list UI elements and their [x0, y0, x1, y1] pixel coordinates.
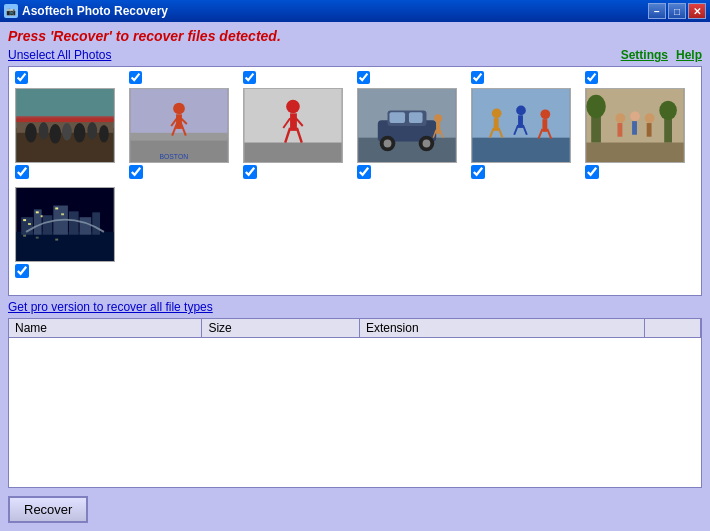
svg-point-23 — [286, 100, 300, 114]
top-bar: Unselect All Photos Settings Help — [8, 48, 702, 62]
photo-cell-5 — [469, 86, 579, 181]
svg-point-36 — [423, 140, 431, 148]
top-cb-5 — [469, 71, 579, 84]
photo-checkbox-5[interactable] — [471, 165, 485, 179]
photo-cb-row-5 — [471, 165, 485, 179]
svg-rect-80 — [36, 211, 39, 213]
settings-link[interactable]: Settings — [621, 48, 668, 62]
svg-point-35 — [384, 140, 392, 148]
top-checkbox-4[interactable] — [357, 71, 370, 84]
svg-rect-83 — [61, 213, 64, 215]
svg-rect-68 — [647, 123, 652, 137]
photo-thumb-7[interactable] — [15, 187, 115, 262]
photo-thumb-5[interactable] — [471, 88, 571, 163]
title-bar-buttons: − □ ✕ — [648, 3, 706, 19]
svg-point-65 — [630, 111, 640, 121]
svg-point-53 — [540, 109, 550, 119]
svg-point-3 — [25, 123, 37, 142]
svg-point-39 — [434, 114, 442, 122]
unselect-all-link[interactable]: Unselect All Photos — [8, 48, 111, 62]
svg-point-49 — [516, 106, 526, 116]
svg-rect-79 — [28, 223, 31, 225]
svg-rect-24 — [290, 113, 297, 131]
top-checkbox-5[interactable] — [471, 71, 484, 84]
main-window: Press 'Recover' to recover files detecte… — [0, 22, 710, 531]
top-checkbox-3[interactable] — [243, 71, 256, 84]
svg-point-4 — [39, 122, 49, 140]
svg-rect-13 — [130, 133, 227, 141]
photo-cell-7 — [13, 185, 123, 280]
svg-rect-76 — [80, 217, 92, 235]
top-checkbox-6[interactable] — [585, 71, 598, 84]
col-size: Size — [202, 319, 360, 338]
svg-text:BOSTON: BOSTON — [160, 153, 189, 160]
top-cb-4 — [355, 71, 465, 84]
top-checkbox-1[interactable] — [15, 71, 28, 84]
minimize-button[interactable]: − — [648, 3, 666, 19]
svg-rect-77 — [92, 212, 100, 234]
col-extension: Extension — [359, 319, 644, 338]
svg-rect-70 — [16, 232, 113, 261]
recover-button[interactable]: Recover — [8, 496, 88, 523]
col-name: Name — [9, 319, 202, 338]
svg-rect-78 — [23, 219, 26, 221]
svg-rect-84 — [23, 235, 26, 237]
top-cb-2 — [127, 71, 237, 84]
svg-point-8 — [87, 122, 97, 140]
col-extra — [644, 319, 700, 338]
table-header-row: Name Size Extension — [9, 319, 701, 338]
photo-checkbox-4[interactable] — [357, 165, 371, 179]
photo-checkbox-3[interactable] — [243, 165, 257, 179]
svg-rect-54 — [542, 119, 547, 132]
recover-message: Press 'Recover' to recover files detecte… — [8, 28, 702, 44]
photo-area: BOSTON — [8, 66, 702, 296]
svg-rect-46 — [494, 118, 499, 131]
top-cb-1 — [13, 71, 123, 84]
photo-thumb-4[interactable] — [357, 88, 457, 163]
top-cb-3 — [241, 71, 351, 84]
svg-point-62 — [659, 101, 677, 120]
help-link[interactable]: Help — [676, 48, 702, 62]
svg-rect-75 — [69, 211, 79, 234]
file-table-container: Name Size Extension — [8, 318, 702, 488]
close-button[interactable]: ✕ — [688, 3, 706, 19]
photo-cell-1 — [13, 86, 123, 181]
photo-cell-4 — [355, 86, 465, 181]
svg-rect-38 — [409, 112, 423, 123]
photo-thumb-2[interactable]: BOSTON — [129, 88, 229, 163]
top-cb-6 — [583, 71, 693, 84]
svg-rect-85 — [36, 237, 39, 239]
svg-rect-81 — [41, 215, 43, 217]
top-checkbox-2[interactable] — [129, 71, 142, 84]
photo-cell-6 — [583, 86, 693, 181]
svg-rect-50 — [518, 115, 523, 128]
photo-checkbox-2[interactable] — [129, 165, 143, 179]
photo-cell-3 — [241, 86, 351, 181]
photo-grid: BOSTON — [13, 86, 697, 280]
maximize-button[interactable]: □ — [668, 3, 686, 19]
svg-point-45 — [492, 108, 502, 118]
photo-thumb-3[interactable] — [243, 88, 343, 163]
top-bar-right: Settings Help — [621, 48, 702, 62]
title-bar: 📷 Asoftech Photo Recovery − □ ✕ — [0, 0, 710, 22]
svg-rect-86 — [55, 239, 58, 241]
photo-cb-row-1 — [15, 165, 29, 179]
photo-cb-row-4 — [357, 165, 371, 179]
svg-rect-37 — [389, 112, 405, 123]
svg-point-9 — [99, 125, 109, 143]
photo-checkbox-6[interactable] — [585, 165, 599, 179]
svg-rect-10 — [16, 116, 113, 122]
photo-checkbox-7[interactable] — [15, 264, 29, 278]
photo-checkbox-1[interactable] — [15, 165, 29, 179]
pro-version-link[interactable]: Get pro version to recover all file type… — [8, 300, 702, 314]
bottom-bar: Recover — [8, 494, 702, 525]
photo-cb-row-3 — [243, 165, 257, 179]
photo-thumb-6[interactable] — [585, 88, 685, 163]
svg-rect-66 — [632, 121, 637, 135]
photo-thumb-1[interactable] — [15, 88, 115, 163]
svg-rect-40 — [436, 122, 440, 134]
svg-point-63 — [616, 113, 626, 123]
top-checkbox-row — [13, 71, 697, 84]
svg-rect-58 — [586, 143, 683, 162]
photo-cell-2: BOSTON — [127, 86, 237, 181]
